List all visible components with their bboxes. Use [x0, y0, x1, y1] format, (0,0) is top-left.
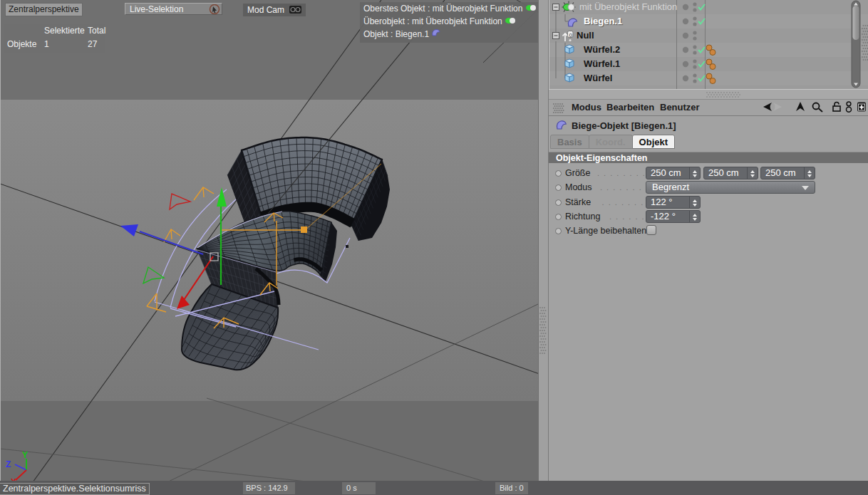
- svg-text:Y: Y: [22, 450, 28, 460]
- svg-text:Z: Z: [6, 459, 11, 469]
